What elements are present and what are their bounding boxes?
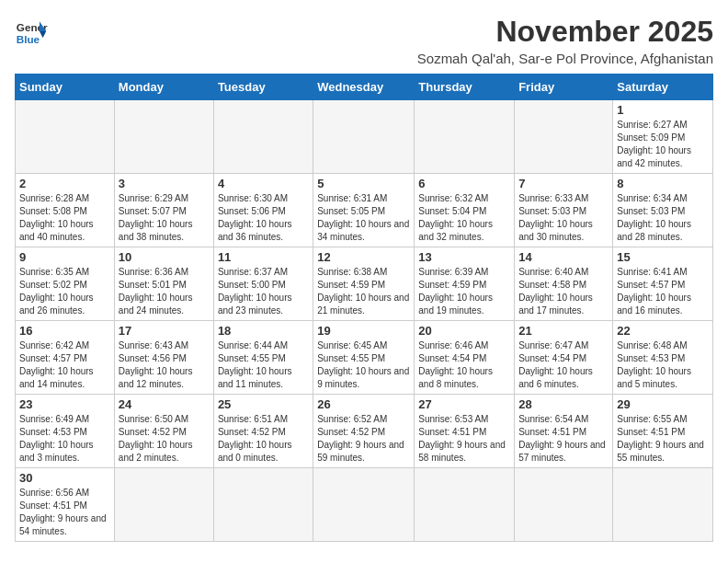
day-25: 25 Sunrise: 6:51 AMSunset: 4:52 PMDaylig… (213, 395, 313, 468)
day-14: 14 Sunrise: 6:40 AMSunset: 4:58 PMDaylig… (515, 247, 613, 321)
calendar-row-3: 9 Sunrise: 6:35 AMSunset: 5:02 PMDayligh… (16, 247, 713, 321)
header-wednesday: Wednesday (313, 75, 415, 100)
empty-cell (213, 100, 313, 174)
day-29: 29 Sunrise: 6:55 AMSunset: 4:51 PMDaylig… (613, 395, 713, 468)
empty-cell (313, 100, 415, 174)
day-18: 18 Sunrise: 6:44 AMSunset: 4:55 PMDaylig… (213, 321, 313, 395)
empty-cell (213, 468, 313, 542)
header-saturday: Saturday (613, 75, 713, 100)
day-19: 19 Sunrise: 6:45 AMSunset: 4:55 PMDaylig… (313, 321, 415, 395)
empty-cell (114, 468, 213, 542)
empty-cell (613, 468, 713, 542)
empty-cell (16, 100, 115, 174)
weekday-header-row: Sunday Monday Tuesday Wednesday Thursday… (16, 75, 713, 100)
empty-cell (415, 100, 515, 174)
day-15: 15 Sunrise: 6:41 AMSunset: 4:57 PMDaylig… (613, 247, 713, 321)
day-23: 23 Sunrise: 6:49 AMSunset: 4:53 PMDaylig… (16, 395, 115, 468)
calendar-table: Sunday Monday Tuesday Wednesday Thursday… (15, 74, 713, 542)
month-title: November 2025 (417, 15, 713, 49)
calendar-row-5: 23 Sunrise: 6:49 AMSunset: 4:53 PMDaylig… (16, 395, 713, 468)
day-13: 13 Sunrise: 6:39 AMSunset: 4:59 PMDaylig… (415, 247, 515, 321)
calendar-row-1: 1 Sunrise: 6:27 AMSunset: 5:09 PMDayligh… (16, 100, 713, 174)
logo-icon: General Blue (15, 15, 48, 48)
day-17: 17 Sunrise: 6:43 AMSunset: 4:56 PMDaylig… (114, 321, 213, 395)
day-27: 27 Sunrise: 6:53 AMSunset: 4:51 PMDaylig… (415, 395, 515, 468)
day-24: 24 Sunrise: 6:50 AMSunset: 4:52 PMDaylig… (114, 395, 213, 468)
day-22: 22 Sunrise: 6:48 AMSunset: 4:53 PMDaylig… (613, 321, 713, 395)
day-9: 9 Sunrise: 6:35 AMSunset: 5:02 PMDayligh… (16, 247, 115, 321)
day-4: 4 Sunrise: 6:30 AMSunset: 5:06 PMDayligh… (213, 174, 313, 247)
empty-cell (313, 468, 415, 542)
day-11: 11 Sunrise: 6:37 AMSunset: 5:00 PMDaylig… (213, 247, 313, 321)
day-28: 28 Sunrise: 6:54 AMSunset: 4:51 PMDaylig… (515, 395, 613, 468)
header-monday: Monday (114, 75, 213, 100)
day-8: 8 Sunrise: 6:34 AMSunset: 5:03 PMDayligh… (613, 174, 713, 247)
svg-marker-3 (40, 31, 46, 38)
header-tuesday: Tuesday (213, 75, 313, 100)
header-friday: Friday (515, 75, 613, 100)
calendar-row-6: 30 Sunrise: 6:56 AMSunset: 4:51 PMDaylig… (16, 468, 713, 542)
day-12: 12 Sunrise: 6:38 AMSunset: 4:59 PMDaylig… (313, 247, 415, 321)
day-6: 6 Sunrise: 6:32 AMSunset: 5:04 PMDayligh… (415, 174, 515, 247)
calendar-row-4: 16 Sunrise: 6:42 AMSunset: 4:57 PMDaylig… (16, 321, 713, 395)
empty-cell (515, 468, 613, 542)
subtitle: Sozmah Qal'ah, Sar-e Pol Province, Afgha… (417, 51, 713, 66)
day-3: 3 Sunrise: 6:29 AMSunset: 5:07 PMDayligh… (114, 174, 213, 247)
header-sunday: Sunday (16, 75, 115, 100)
day-21: 21 Sunrise: 6:47 AMSunset: 4:54 PMDaylig… (515, 321, 613, 395)
empty-cell (415, 468, 515, 542)
day-10: 10 Sunrise: 6:36 AMSunset: 5:01 PMDaylig… (114, 247, 213, 321)
title-area: November 2025 Sozmah Qal'ah, Sar-e Pol P… (417, 15, 713, 66)
svg-text:Blue: Blue (17, 33, 40, 45)
day-30: 30 Sunrise: 6:56 AMSunset: 4:51 PMDaylig… (16, 468, 115, 542)
day-1: 1 Sunrise: 6:27 AMSunset: 5:09 PMDayligh… (613, 100, 713, 174)
empty-cell (114, 100, 213, 174)
day-7: 7 Sunrise: 6:33 AMSunset: 5:03 PMDayligh… (515, 174, 613, 247)
day-20: 20 Sunrise: 6:46 AMSunset: 4:54 PMDaylig… (415, 321, 515, 395)
day-5: 5 Sunrise: 6:31 AMSunset: 5:05 PMDayligh… (313, 174, 415, 247)
day-2: 2 Sunrise: 6:28 AMSunset: 5:08 PMDayligh… (16, 174, 115, 247)
page-header: General Blue November 2025 Sozmah Qal'ah… (15, 15, 713, 66)
calendar-row-2: 2 Sunrise: 6:28 AMSunset: 5:08 PMDayligh… (16, 174, 713, 247)
empty-cell (515, 100, 613, 174)
header-thursday: Thursday (415, 75, 515, 100)
day-16: 16 Sunrise: 6:42 AMSunset: 4:57 PMDaylig… (16, 321, 115, 395)
day-26: 26 Sunrise: 6:52 AMSunset: 4:52 PMDaylig… (313, 395, 415, 468)
logo: General Blue (15, 15, 48, 48)
